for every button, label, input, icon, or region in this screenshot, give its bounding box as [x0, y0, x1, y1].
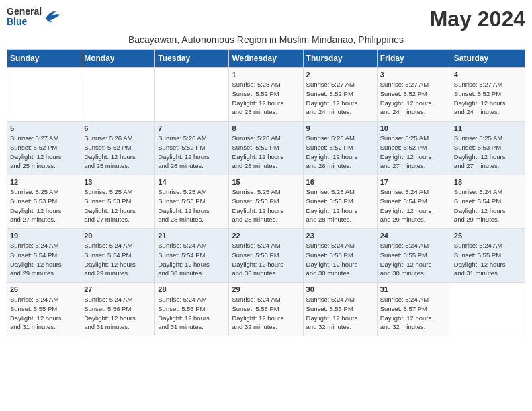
col-thursday: Thursday	[303, 50, 377, 68]
header: General Blue May 2024	[7, 7, 525, 32]
logo-bird-icon	[43, 9, 62, 24]
day-info: Sunrise: 5:27 AM Sunset: 5:52 PM Dayligh…	[454, 80, 522, 117]
table-row	[451, 283, 525, 336]
table-row: 7Sunrise: 5:26 AM Sunset: 5:52 PM Daylig…	[155, 122, 229, 175]
day-number: 16	[306, 178, 374, 186]
day-number: 29	[232, 285, 300, 293]
table-row: 27Sunrise: 5:24 AM Sunset: 5:56 PM Dayli…	[81, 283, 155, 336]
day-number: 19	[10, 232, 78, 240]
table-row: 16Sunrise: 5:25 AM Sunset: 5:53 PM Dayli…	[303, 175, 377, 229]
calendar-header-row: Sunday Monday Tuesday Wednesday Thursday…	[7, 50, 525, 68]
day-number: 30	[306, 285, 374, 293]
table-row: 2Sunrise: 5:27 AM Sunset: 5:52 PM Daylig…	[303, 68, 377, 122]
day-number: 12	[10, 178, 78, 186]
calendar-week-row: 12Sunrise: 5:25 AM Sunset: 5:53 PM Dayli…	[7, 175, 525, 229]
day-number: 9	[306, 124, 374, 132]
day-info: Sunrise: 5:26 AM Sunset: 5:52 PM Dayligh…	[232, 134, 300, 171]
day-number: 3	[380, 71, 448, 79]
col-tuesday: Tuesday	[155, 50, 229, 68]
day-number: 7	[158, 124, 226, 132]
day-number: 15	[232, 178, 300, 186]
day-info: Sunrise: 5:25 AM Sunset: 5:53 PM Dayligh…	[306, 187, 374, 224]
day-number: 10	[380, 124, 448, 132]
day-info: Sunrise: 5:26 AM Sunset: 5:52 PM Dayligh…	[84, 134, 152, 171]
day-number: 14	[158, 178, 226, 186]
col-monday: Monday	[81, 50, 155, 68]
day-number: 18	[454, 178, 522, 186]
day-info: Sunrise: 5:25 AM Sunset: 5:52 PM Dayligh…	[380, 134, 448, 171]
table-row: 21Sunrise: 5:24 AM Sunset: 5:54 PM Dayli…	[155, 229, 229, 283]
calendar-table: Sunday Monday Tuesday Wednesday Thursday…	[7, 49, 525, 336]
logo: General Blue	[7, 7, 62, 28]
day-number: 20	[84, 232, 152, 240]
day-info: Sunrise: 5:24 AM Sunset: 5:56 PM Dayligh…	[306, 295, 374, 332]
subtitle: Bacayawan, Autonomous Region in Muslim M…	[7, 34, 525, 45]
day-info: Sunrise: 5:26 AM Sunset: 5:52 PM Dayligh…	[158, 134, 226, 171]
table-row: 11Sunrise: 5:25 AM Sunset: 5:53 PM Dayli…	[451, 122, 525, 175]
day-info: Sunrise: 5:24 AM Sunset: 5:54 PM Dayligh…	[380, 187, 448, 224]
day-number: 2	[306, 71, 374, 79]
day-info: Sunrise: 5:24 AM Sunset: 5:56 PM Dayligh…	[158, 295, 226, 332]
calendar-week-row: 1Sunrise: 5:28 AM Sunset: 5:52 PM Daylig…	[7, 68, 525, 122]
table-row	[155, 68, 229, 122]
day-info: Sunrise: 5:25 AM Sunset: 5:53 PM Dayligh…	[232, 187, 300, 224]
day-info: Sunrise: 5:24 AM Sunset: 5:55 PM Dayligh…	[454, 241, 522, 278]
table-row: 8Sunrise: 5:26 AM Sunset: 5:52 PM Daylig…	[229, 122, 303, 175]
day-info: Sunrise: 5:25 AM Sunset: 5:53 PM Dayligh…	[10, 187, 78, 224]
day-number: 5	[10, 124, 78, 132]
day-info: Sunrise: 5:24 AM Sunset: 5:55 PM Dayligh…	[232, 241, 300, 278]
day-number: 24	[380, 232, 448, 240]
day-info: Sunrise: 5:24 AM Sunset: 5:55 PM Dayligh…	[306, 241, 374, 278]
day-number: 27	[84, 285, 152, 293]
table-row	[7, 68, 81, 122]
day-info: Sunrise: 5:27 AM Sunset: 5:52 PM Dayligh…	[380, 80, 448, 117]
day-number: 26	[10, 285, 78, 293]
day-number: 22	[232, 232, 300, 240]
day-number: 31	[380, 285, 448, 293]
table-row: 24Sunrise: 5:24 AM Sunset: 5:55 PM Dayli…	[377, 229, 451, 283]
day-number: 17	[380, 178, 448, 186]
calendar-week-row: 26Sunrise: 5:24 AM Sunset: 5:55 PM Dayli…	[7, 283, 525, 336]
day-number: 4	[454, 71, 522, 79]
day-info: Sunrise: 5:25 AM Sunset: 5:53 PM Dayligh…	[158, 187, 226, 224]
table-row: 31Sunrise: 5:24 AM Sunset: 5:57 PM Dayli…	[377, 283, 451, 336]
table-row: 19Sunrise: 5:24 AM Sunset: 5:54 PM Dayli…	[7, 229, 81, 283]
col-sunday: Sunday	[7, 50, 81, 68]
col-saturday: Saturday	[451, 50, 525, 68]
table-row	[81, 68, 155, 122]
day-info: Sunrise: 5:27 AM Sunset: 5:52 PM Dayligh…	[10, 134, 78, 171]
table-row: 20Sunrise: 5:24 AM Sunset: 5:54 PM Dayli…	[81, 229, 155, 283]
day-info: Sunrise: 5:24 AM Sunset: 5:54 PM Dayligh…	[158, 241, 226, 278]
day-info: Sunrise: 5:24 AM Sunset: 5:57 PM Dayligh…	[380, 295, 448, 332]
table-row: 17Sunrise: 5:24 AM Sunset: 5:54 PM Dayli…	[377, 175, 451, 229]
table-row: 15Sunrise: 5:25 AM Sunset: 5:53 PM Dayli…	[229, 175, 303, 229]
day-number: 13	[84, 178, 152, 186]
day-info: Sunrise: 5:24 AM Sunset: 5:56 PM Dayligh…	[232, 295, 300, 332]
day-info: Sunrise: 5:25 AM Sunset: 5:53 PM Dayligh…	[84, 187, 152, 224]
day-number: 21	[158, 232, 226, 240]
day-number: 11	[454, 124, 522, 132]
day-info: Sunrise: 5:24 AM Sunset: 5:54 PM Dayligh…	[10, 241, 78, 278]
logo-general: General	[7, 7, 42, 17]
day-info: Sunrise: 5:24 AM Sunset: 5:56 PM Dayligh…	[84, 295, 152, 332]
table-row: 9Sunrise: 5:26 AM Sunset: 5:52 PM Daylig…	[303, 122, 377, 175]
table-row: 18Sunrise: 5:24 AM Sunset: 5:54 PM Dayli…	[451, 175, 525, 229]
table-row: 28Sunrise: 5:24 AM Sunset: 5:56 PM Dayli…	[155, 283, 229, 336]
table-row: 26Sunrise: 5:24 AM Sunset: 5:55 PM Dayli…	[7, 283, 81, 336]
table-row: 4Sunrise: 5:27 AM Sunset: 5:52 PM Daylig…	[451, 68, 525, 122]
table-row: 6Sunrise: 5:26 AM Sunset: 5:52 PM Daylig…	[81, 122, 155, 175]
calendar-week-row: 5Sunrise: 5:27 AM Sunset: 5:52 PM Daylig…	[7, 122, 525, 175]
col-friday: Friday	[377, 50, 451, 68]
day-info: Sunrise: 5:26 AM Sunset: 5:52 PM Dayligh…	[306, 134, 374, 171]
table-row: 23Sunrise: 5:24 AM Sunset: 5:55 PM Dayli…	[303, 229, 377, 283]
day-number: 28	[158, 285, 226, 293]
page-container: General Blue May 2024 Bacayawan, Autonom…	[7, 7, 525, 336]
calendar-week-row: 19Sunrise: 5:24 AM Sunset: 5:54 PM Dayli…	[7, 229, 525, 283]
day-info: Sunrise: 5:24 AM Sunset: 5:55 PM Dayligh…	[380, 241, 448, 278]
table-row: 5Sunrise: 5:27 AM Sunset: 5:52 PM Daylig…	[7, 122, 81, 175]
table-row: 1Sunrise: 5:28 AM Sunset: 5:52 PM Daylig…	[229, 68, 303, 122]
day-number: 25	[454, 232, 522, 240]
day-info: Sunrise: 5:27 AM Sunset: 5:52 PM Dayligh…	[306, 80, 374, 117]
day-number: 8	[232, 124, 300, 132]
day-number: 6	[84, 124, 152, 132]
